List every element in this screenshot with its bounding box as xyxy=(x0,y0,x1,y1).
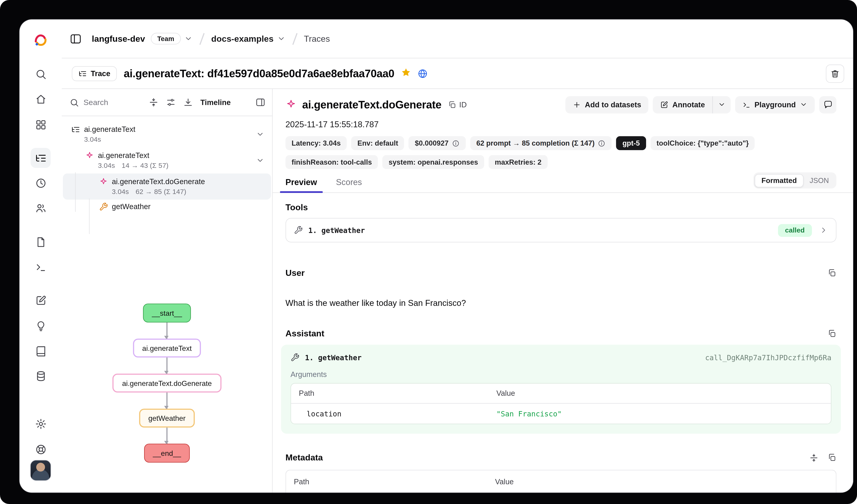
metadata-table-header: Path Value xyxy=(286,470,836,492)
tree-item-duration: 3.04s xyxy=(84,136,101,144)
bookmark-star-button[interactable] xyxy=(401,67,411,80)
tree-item-label: ai.generateText xyxy=(98,151,168,160)
lightbulb-icon xyxy=(35,320,47,332)
annotate-more-button[interactable] xyxy=(712,96,730,113)
breadcrumb-environment[interactable]: docs-examples xyxy=(211,34,273,44)
trace-title: ai.generateText: df41e597d0a85e0d7a6ae8e… xyxy=(124,67,394,80)
view-format-toggle: Formatted JSON xyxy=(753,172,836,189)
id-label: ID xyxy=(459,101,467,109)
expand-metadata-button[interactable] xyxy=(809,453,819,462)
breadcrumb-bar: langfuse-dev Team docs-examples Traces xyxy=(62,19,853,58)
chevron-down-icon xyxy=(184,34,192,42)
rail-evals-button[interactable] xyxy=(31,290,50,310)
add-to-datasets-label: Add to datasets xyxy=(585,101,641,109)
annotate-button[interactable]: Annotate xyxy=(653,96,712,113)
rail-insights-button[interactable] xyxy=(31,316,50,336)
env-badge: Env: default xyxy=(351,136,404,150)
search-input[interactable] xyxy=(84,98,141,107)
trace-graph: __start__ ai.generateText ai.generateTex… xyxy=(62,303,272,463)
home-icon xyxy=(35,93,47,105)
toggle-formatted[interactable]: Formatted xyxy=(755,174,804,187)
tab-preview[interactable]: Preview xyxy=(280,177,323,192)
badge-row-1: Latency: 3.04s Env: default $0.000927 62… xyxy=(286,136,836,150)
tokens-badge[interactable]: 62 prompt → 85 completion (Σ 147) xyxy=(470,136,612,150)
rail-search-button[interactable] xyxy=(31,64,50,84)
tree-item-tokens: 62 → 85 (Σ 147) xyxy=(136,188,186,196)
sidebar-toggle-button[interactable] xyxy=(69,33,82,45)
tools-heading: Tools xyxy=(286,203,308,212)
tool-call-id: call_DgKARp7a7IhJPDczfifMp6Ra xyxy=(705,353,831,362)
rail-playground-button[interactable] xyxy=(31,257,50,277)
tree-row-dogenerate-selected[interactable]: ai.generateText.doGenerate 3.04s62 → 85 … xyxy=(63,174,271,200)
copy-assistant-button[interactable] xyxy=(828,329,837,338)
sliders-icon xyxy=(166,97,176,107)
tool-definition-row[interactable]: 1. getWeather called xyxy=(286,218,836,242)
badge-row-2: finishReason: tool-calls system: openai.… xyxy=(286,155,836,169)
rail-library-button[interactable] xyxy=(31,341,50,361)
graph-node-end[interactable]: __end__ xyxy=(144,444,190,463)
environment-chevron[interactable] xyxy=(277,34,285,42)
copy-icon xyxy=(828,453,837,462)
breadcrumb-section[interactable]: Traces xyxy=(304,34,330,44)
playground-button[interactable]: Playground xyxy=(735,96,814,113)
rail-dashboard-button[interactable] xyxy=(31,115,50,134)
chevron-down-icon[interactable] xyxy=(256,156,264,164)
rail-datasets-button[interactable] xyxy=(31,366,50,386)
rail-settings-button[interactable] xyxy=(31,414,50,434)
tab-scores[interactable]: Scores xyxy=(331,177,368,192)
delete-trace-button[interactable] xyxy=(826,64,844,83)
graph-node-getweather[interactable]: getWeather xyxy=(139,409,195,428)
copy-user-button[interactable] xyxy=(828,268,837,277)
argument-path: location xyxy=(291,410,489,418)
tree-row-tool[interactable]: getWeather xyxy=(63,199,271,213)
rail-users-button[interactable] xyxy=(31,198,50,218)
square-pen-icon xyxy=(35,294,47,306)
download-icon xyxy=(183,97,193,107)
rail-home-button[interactable] xyxy=(31,89,50,109)
copy-metadata-button[interactable] xyxy=(828,453,837,462)
timeline-toggle[interactable]: Timeline xyxy=(200,98,231,106)
copy-icon xyxy=(828,268,837,277)
download-button[interactable] xyxy=(183,97,193,107)
view-settings-button[interactable] xyxy=(166,97,176,107)
tree-row-generation[interactable]: ai.generateText 3.04s14 → 43 (Σ 57) xyxy=(63,147,271,174)
metadata-heading: Metadata xyxy=(286,453,323,463)
comments-button[interactable] xyxy=(819,96,836,113)
rail-prompts-button[interactable] xyxy=(31,232,50,252)
rail-sessions-button[interactable] xyxy=(31,173,50,193)
project-chevron[interactable] xyxy=(184,34,192,42)
cost-badge[interactable]: $0.000927 xyxy=(409,136,466,150)
collapse-all-button[interactable] xyxy=(149,97,158,107)
user-avatar[interactable] xyxy=(30,460,51,481)
copy-id-button[interactable]: ID xyxy=(448,101,467,109)
breadcrumb-separator xyxy=(292,33,297,45)
graph-node-generatetext[interactable]: ai.generateText xyxy=(133,339,201,358)
graph-node-dogenerate[interactable]: ai.generateText.doGenerate xyxy=(113,373,221,392)
rail-support-button[interactable] xyxy=(31,439,50,459)
tree-connector xyxy=(75,172,75,212)
add-to-datasets-button[interactable]: Add to datasets xyxy=(565,96,649,113)
rail-traces-button[interactable] xyxy=(31,148,50,168)
graph-node-start[interactable]: __start__ xyxy=(143,303,191,323)
breadcrumb-project[interactable]: langfuse-dev xyxy=(92,34,145,44)
clock-icon xyxy=(35,177,47,189)
sparkle-icon xyxy=(99,177,108,188)
public-link-button[interactable] xyxy=(417,68,428,79)
value-header: Value xyxy=(489,389,831,397)
fold-vertical-icon xyxy=(809,453,819,462)
langfuse-logo[interactable] xyxy=(31,30,50,50)
trace-type-chip[interactable]: Trace xyxy=(72,66,117,81)
graph-arrow xyxy=(167,393,168,409)
toggle-json[interactable]: JSON xyxy=(804,174,835,187)
chevron-down-icon[interactable] xyxy=(256,130,264,138)
tree-row-trace[interactable]: ai.generateText 3.04s xyxy=(63,121,271,147)
max-retries-badge: maxRetries: 2 xyxy=(489,155,548,169)
terminal-icon xyxy=(742,101,751,109)
metadata-section: Metadata Path Value xyxy=(286,453,836,493)
wrench-icon xyxy=(99,203,108,211)
collapse-panel-button[interactable] xyxy=(255,97,266,107)
tool-call-name: 1. getWeather xyxy=(305,353,362,362)
chevron-right-icon[interactable] xyxy=(819,226,828,234)
model-badge[interactable]: gpt-5 xyxy=(616,136,646,150)
trace-tree-panel: Timeline ai.generateText 3.04s xyxy=(62,89,273,492)
